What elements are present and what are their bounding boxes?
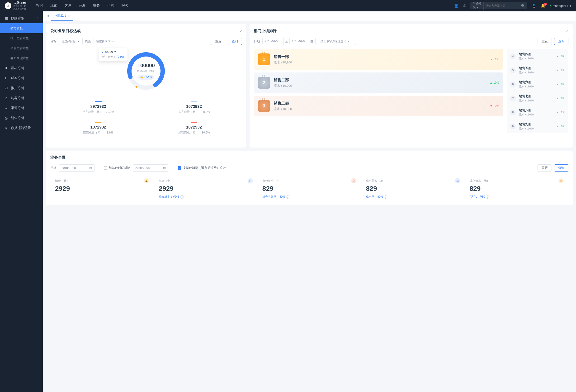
- rank-position: 7: [510, 95, 516, 101]
- compare-checkbox[interactable]: 与其他时间对比: [104, 166, 130, 170]
- target-select[interactable]: 请选择目标▾: [59, 38, 83, 45]
- rank-row: 5销售五部流水 ¥19020▼ 12%: [507, 63, 568, 77]
- delta-badge: ▲ 10%: [556, 125, 565, 128]
- rank-row: 8销售八部流水 ¥19020▼ 12%: [507, 105, 568, 119]
- sidebar-item[interactable]: ∾渠道分析: [0, 103, 43, 113]
- expand-icon[interactable]: ⤢: [566, 30, 568, 33]
- delta-badge: ▲ 10%: [556, 55, 565, 58]
- topnav-item[interactable]: 公海: [79, 3, 86, 8]
- overview-metric: 成交流水（元）≡829ARPU：¥80 ?: [465, 176, 568, 201]
- stat-cell: 1072932应完成量（元）|8.9%: [50, 118, 146, 139]
- delta-badge: ▼ 12%: [556, 111, 565, 114]
- close-icon[interactable]: ✕: [68, 14, 70, 17]
- rank-row: 4销售四部流水 ¥19020▲ 10%: [507, 49, 568, 63]
- search-type-select[interactable]: 手机号码 ▾: [473, 2, 484, 10]
- overview-date-input[interactable]: 2018/01/08▦: [59, 164, 94, 172]
- query-button[interactable]: 查询: [554, 38, 568, 45]
- topnav-item[interactable]: 财务: [93, 3, 100, 8]
- date-to-input[interactable]: 2018/01/08▦: [289, 38, 316, 45]
- sidebar-sub-item[interactable]: 推广主管看板: [0, 33, 43, 43]
- topnav-item[interactable]: 线索: [50, 3, 57, 8]
- help-icon[interactable]: ?: [180, 195, 183, 199]
- rank-position: 6: [510, 82, 516, 87]
- overview-metric: 消费（元）💰2929: [50, 176, 154, 201]
- metric-sub: 机会有效率：80% ?: [262, 195, 356, 199]
- delta-badge: ▼ 12%: [490, 104, 499, 108]
- byspend-checkbox[interactable]: ✓按现金消费（返点后消费）统计: [178, 166, 226, 170]
- overview-metric: 成交单数（单）▭829成交率：80% ?: [361, 176, 465, 201]
- topnav-item[interactable]: 客户: [65, 3, 71, 8]
- delta-badge: ▼ 12%: [556, 69, 565, 72]
- sidebar-item[interactable]: ⎘数据流转记录: [0, 123, 43, 133]
- device-icon[interactable]: 📱: [532, 3, 536, 8]
- rank-position: 9: [510, 123, 516, 129]
- status-dot: [550, 5, 551, 6]
- sidebar-item[interactable]: ↻成本分析: [0, 73, 43, 83]
- logo-brand: 云朵CRM: [13, 1, 27, 5]
- metric-icon: 💰: [144, 178, 149, 183]
- logo-icon: ☁: [5, 2, 11, 9]
- sidebar: ▦ 数据看板 ⌃ 公司看板推广主管看板销售主管看板客户经理看板 ⧩漏斗分析↻成本…: [0, 11, 43, 392]
- sidebar-item[interactable]: ⧩漏斗分析: [0, 63, 43, 73]
- rank-card: 3销售三部流水 ¥10,900▼ 12%: [254, 96, 503, 116]
- medal-icon: 1: [258, 54, 270, 65]
- tab-company-board[interactable]: 公司看板 ✕: [51, 11, 73, 21]
- compare-date-input[interactable]: 2018/01/08▦: [133, 164, 168, 172]
- sidebar-sub-item[interactable]: 客户经理看板: [0, 53, 43, 63]
- help-icon[interactable]: ?: [486, 195, 489, 199]
- logo: ☁ 云朵CRM 教育机构一站式服务云平台: [5, 1, 27, 10]
- chevron-up-icon: ⌃: [37, 17, 38, 20]
- collapse-icon[interactable]: ≡: [46, 13, 51, 19]
- search-icon[interactable]: 🔍: [521, 4, 525, 8]
- sidebar-item-icon: ☺: [4, 96, 8, 100]
- expand-icon[interactable]: ⤢: [240, 30, 242, 33]
- user-menu[interactable]: manager11 ▾: [550, 4, 571, 8]
- search-input[interactable]: [486, 4, 521, 7]
- sidebar-group-dashboard[interactable]: ▦ 数据看板 ⌃: [0, 13, 43, 23]
- stat-cell: 1072932未完成量（元）|20.9%: [146, 97, 242, 118]
- calendar-icon: ▦: [310, 40, 313, 43]
- date-from-input[interactable]: 2018/01/08: [262, 38, 284, 45]
- metric-icon: ▭: [455, 178, 460, 183]
- sidebar-item[interactable]: ☑推广分析: [0, 83, 43, 93]
- topnav-item[interactable]: 报名: [121, 3, 128, 8]
- sidebar-sub-item[interactable]: 公司看板: [0, 23, 43, 33]
- metric-icon: ➤: [248, 178, 253, 183]
- reset-button[interactable]: 重置: [538, 164, 552, 172]
- card-title: 部门业绩排行: [254, 29, 277, 33]
- person-icon[interactable]: 👤: [454, 3, 459, 8]
- stat-cell: 1072932超额完成（元）|89.9%: [146, 118, 242, 139]
- topnav-item[interactable]: 运营: [107, 3, 114, 8]
- card-title: 业务全景: [50, 155, 65, 160]
- query-button[interactable]: 查询: [228, 38, 242, 45]
- overview-metric: 机会（个）➤2929机会成本：¥948 ?: [154, 176, 257, 201]
- bell-icon[interactable]: 🔔5: [541, 3, 545, 8]
- statby-select[interactable]: 按工单客户经理统计▾: [318, 38, 356, 45]
- help-icon[interactable]: ?: [384, 195, 387, 199]
- reset-button[interactable]: 重置: [211, 38, 225, 45]
- phone-icon[interactable]: ✆: [463, 3, 466, 8]
- topnav: 数据线索客户公海财务运营报名: [36, 3, 128, 8]
- donut-chart: 1072932 所占比例：70.9% 100000 目标总量（元）: [125, 50, 167, 92]
- query-button[interactable]: 查询: [554, 164, 568, 172]
- sidebar-item[interactable]: ◎销售分析: [0, 113, 43, 123]
- sidebar-item-icon: ⧩: [4, 66, 8, 70]
- rank-row: 6销售六部流水 ¥19020▲ 10%: [507, 77, 568, 91]
- period-select[interactable]: 请选择周期▾: [93, 38, 117, 45]
- calendar-icon: ▦: [89, 166, 92, 170]
- metric-icon: ≡: [558, 178, 564, 183]
- help-icon[interactable]: ?: [286, 195, 289, 199]
- metric-sub: 机会成本：¥948 ?: [159, 195, 253, 199]
- reset-button[interactable]: 重置: [538, 38, 552, 45]
- sidebar-item[interactable]: ☺访客分析: [0, 93, 43, 103]
- dashboard-icon: ▦: [4, 16, 8, 20]
- rank-position: 5: [510, 67, 516, 73]
- sidebar-item-icon: ↻: [4, 76, 8, 80]
- metric-icon: ✔: [351, 178, 356, 183]
- chevron-down-icon: ▾: [570, 4, 571, 8]
- sidebar-sub-item[interactable]: 销售主管看板: [0, 43, 43, 53]
- topnav-item[interactable]: 数据: [36, 3, 43, 8]
- sidebar-item-icon: ⎘: [4, 126, 8, 130]
- chart-tooltip: 1072932 所占比例：70.9%: [99, 48, 127, 61]
- overview-metric: 有效机会（个）✔829机会有效率：80% ?: [258, 176, 361, 201]
